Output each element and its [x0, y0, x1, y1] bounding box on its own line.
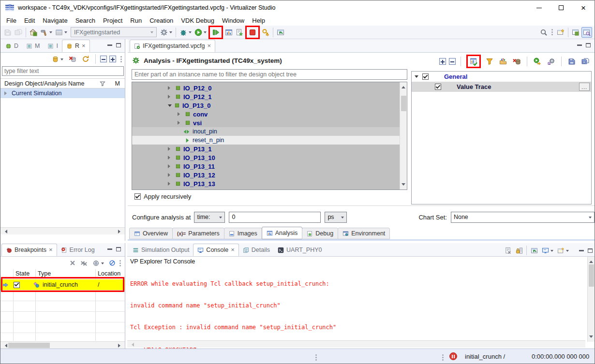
build-dropdown-icon[interactable] [49, 31, 52, 35]
tab-debug[interactable]: Debug [302, 228, 338, 239]
time-value-input[interactable] [229, 212, 321, 223]
value-trace-checkbox[interactable] [435, 84, 441, 90]
tab-close-icon[interactable] [231, 247, 235, 253]
tab-simulation-output[interactable]: Simulation Output [129, 244, 193, 256]
tab-error-log[interactable]: Error Log [57, 244, 99, 256]
menu-vdk-debug[interactable]: VDK Debug [177, 16, 218, 25]
maximize-editor-icon[interactable] [586, 43, 591, 47]
minimize-button[interactable] [528, 0, 550, 15]
perspective-design-button[interactable] [571, 28, 580, 37]
run-analysis-button[interactable] [533, 57, 542, 66]
table-dropdown-icon[interactable] [64, 31, 67, 35]
maximize-view-icon[interactable] [116, 43, 121, 47]
collapse-all-icon[interactable] [449, 58, 456, 65]
explorer-filter-input[interactable] [2, 66, 124, 76]
breakpoint-enabled-checkbox[interactable] [14, 282, 20, 288]
twistie-icon[interactable] [168, 164, 172, 168]
maximize-view-icon[interactable] [116, 247, 121, 251]
menu-navigate[interactable]: Navigate [39, 16, 71, 25]
resume-simulation-button[interactable] [211, 28, 221, 37]
tab-results[interactable]: R [62, 40, 90, 52]
external-tools-button[interactable] [159, 28, 173, 37]
tab-instance[interactable]: I [44, 40, 61, 52]
save-analysis-button[interactable] [567, 57, 577, 66]
current-simulation-row[interactable]: Current Simulation [0, 88, 125, 98]
scroll-down-icon[interactable] [589, 335, 593, 340]
scroll-thumb[interactable] [401, 96, 406, 111]
twistie-icon[interactable] [4, 91, 9, 95]
run-dropdown-icon[interactable] [204, 31, 207, 35]
twistie-icon[interactable] [168, 173, 172, 177]
twistie-icon[interactable] [415, 75, 418, 80]
analysis-group-row[interactable]: General [412, 72, 591, 82]
tree-row[interactable]: conv [132, 110, 407, 118]
twistie-icon[interactable] [168, 86, 172, 90]
collapse-all-icon[interactable] [100, 56, 107, 62]
tab-images[interactable]: Images [224, 228, 262, 239]
apply-recursively-checkbox[interactable] [134, 193, 141, 200]
twistie-icon[interactable] [168, 182, 172, 186]
design-tree-filter-input[interactable] [132, 69, 407, 80]
launch-config-combo[interactable]: IFXgettingstarted [71, 27, 157, 37]
column-name-header[interactable]: Design Object/Analysis Name [4, 80, 84, 87]
search-button[interactable] [539, 28, 549, 37]
new-table-button[interactable] [54, 28, 68, 37]
scroll-right-icon[interactable] [118, 230, 122, 233]
tree-row[interactable]: IO_P12_1 [132, 92, 407, 101]
expand-all-icon[interactable] [439, 58, 446, 65]
tree-row[interactable]: IO_P13_13 [132, 179, 407, 188]
build-button[interactable] [39, 28, 53, 37]
twistie-icon[interactable] [178, 112, 182, 116]
time-mode-select[interactable]: time: [194, 212, 225, 223]
menu-window[interactable]: Window [218, 16, 248, 25]
tree-row[interactable]: IO_P13_12 [132, 171, 407, 179]
pin-console-icon[interactable] [530, 247, 538, 254]
tree-row[interactable]: IO_P13_0 [132, 101, 407, 110]
expand-all-icon[interactable] [109, 56, 116, 62]
run-button[interactable] [193, 28, 208, 37]
analysis-properties-button[interactable] [546, 57, 556, 66]
minimize-view-icon[interactable] [579, 250, 584, 251]
menu-file[interactable]: File [2, 16, 20, 25]
menu-search[interactable]: Search [72, 16, 99, 25]
save-all-analysis-button[interactable] [580, 57, 590, 66]
console-vscrollbar[interactable] [587, 257, 595, 342]
pin-editor-button[interactable] [276, 28, 285, 37]
twistie-icon[interactable] [168, 156, 172, 160]
perspective-analysis-button[interactable] [581, 27, 592, 38]
tab-memory[interactable]: M [22, 40, 44, 52]
column-mode-header[interactable]: M [115, 80, 120, 87]
tab-analysis[interactable]: Analysis [262, 227, 303, 239]
filter-analysis-button[interactable] [485, 57, 494, 66]
tab-console[interactable]: Console [193, 244, 238, 256]
tree-vscrollbar[interactable] [400, 82, 407, 189]
minimize-editor-icon[interactable] [577, 44, 582, 46]
tree-row[interactable]: IO_P13_11 [132, 162, 407, 171]
display-console-button[interactable] [541, 247, 553, 254]
new-project-button[interactable] [29, 28, 38, 37]
tab-uart-phy0[interactable]: UART_PHY0 [274, 244, 326, 256]
save-button[interactable] [3, 28, 13, 37]
scroll-down-icon[interactable] [402, 183, 405, 188]
console-hscrollbar[interactable] [127, 340, 585, 348]
view-menu-icon[interactable] [119, 259, 121, 267]
value-trace-row[interactable]: Value Trace ... [412, 82, 591, 92]
filter-funnel-icon[interactable] [99, 80, 105, 87]
remove-database-button[interactable] [68, 54, 77, 64]
twistie-icon[interactable] [178, 121, 182, 125]
scroll-thumb[interactable] [8, 343, 50, 348]
menu-creation[interactable]: Creation [146, 16, 177, 25]
configure-analysis-button[interactable] [235, 28, 244, 37]
tab-breakpoints[interactable]: Breakpoints [1, 244, 57, 256]
column-location[interactable]: Location [98, 270, 120, 277]
stop-simulation-button[interactable] [248, 28, 257, 37]
external-tools-dropdown-icon[interactable] [169, 31, 172, 35]
tree-row[interactable]: IO_P13_10 [132, 153, 407, 162]
tab-close-icon[interactable] [49, 247, 53, 253]
value-trace-more-button[interactable]: ... [579, 83, 590, 91]
tab-parameters[interactable]: (x)=Parameters [172, 228, 224, 239]
explorer-hscrollbar[interactable] [0, 227, 125, 234]
scroll-left-icon[interactable] [130, 343, 134, 347]
debug-button[interactable] [178, 28, 193, 37]
delete-analysis-button[interactable] [512, 57, 521, 66]
